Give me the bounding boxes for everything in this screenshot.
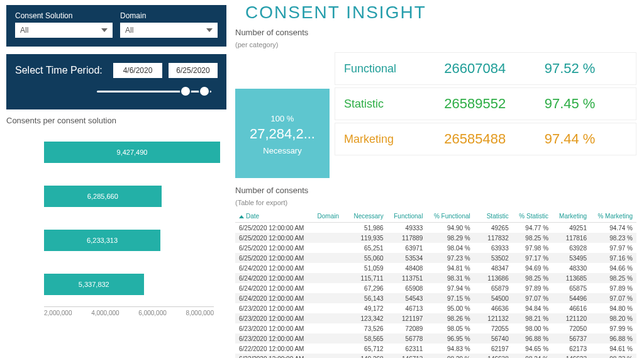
bar[interactable]: 5,337,832 [44,274,144,295]
table-row[interactable]: 6/23/2020 12:00:00 AM49,1724671395.00 %4… [235,303,636,313]
domain-value: All [125,26,133,35]
table-subtitle: (Table for export) [235,199,636,206]
table-row[interactable]: 6/25/2020 12:00:00 AM65,2516397198.04 %6… [235,243,636,253]
chevron-down-icon [206,28,213,32]
column-header[interactable]: Marketing [552,210,591,223]
kpi-pct: 97.44 % [536,123,636,155]
kpi-value: 26585488 [435,123,535,155]
filter-card: Consent Solution All Domain All [6,5,226,47]
column-header[interactable]: Statistic [474,210,513,223]
table-row[interactable]: 6/24/2020 12:00:00 AM51,0594840894.81 %4… [235,263,636,273]
bar[interactable]: 6,285,660 [44,186,162,207]
consents-table[interactable]: DateDomainNecessaryFunctional% Functiona… [235,210,636,358]
consent-solution-value: All [20,26,28,35]
table-row[interactable]: 6/25/2020 12:00:00 AM119,93511788998.29 … [235,233,636,243]
kpi-title: Number of consents [235,28,636,37]
x-tick: 2,000,000 [44,310,72,316]
kpi-name: Statistic [335,88,435,120]
time-card: Select Time Period: 4/6/2020 6/25/2020 [6,54,226,109]
table-row[interactable]: 6/24/2020 12:00:00 AM115,71111375198.31 … [235,273,636,283]
start-date-input[interactable]: 4/6/2020 [113,63,162,78]
column-header[interactable]: Necessary [345,210,387,223]
necessary-pct: 100 % [271,114,294,123]
column-header[interactable]: Date [235,210,314,223]
table-row[interactable]: 6/23/2020 12:00:00 AM73,5267208998.05 %7… [235,323,636,333]
kpi-necessary-card: 100 % 27,284,2... Necessary [235,89,330,178]
kpi-pct: 97.45 % [536,88,636,120]
end-date-input[interactable]: 6/25/2020 [169,63,218,78]
table-row[interactable]: 6/22/2020 12:00:00 AM149,26814671398.29 … [235,354,636,358]
necessary-label: Necessary [263,146,301,155]
column-header[interactable]: Functional [387,210,427,223]
table-title: Number of consents [235,186,636,195]
table-row[interactable]: 6/23/2020 12:00:00 AM123,34212119798.26 … [235,313,636,323]
slider-handle-start[interactable] [180,86,191,97]
table-row[interactable]: 6/25/2020 12:00:00 AM55,0605353497.23 %5… [235,253,636,263]
bar-chart-title: Consents per consent solution [6,116,226,125]
table-header-row: DateDomainNecessaryFunctional% Functiona… [235,210,636,223]
domain-dropdown[interactable]: All [120,23,218,38]
kpi-grid: Functional2660708497.52 %Statistic265895… [335,52,636,178]
bar-chart-x-axis: 2,000,0004,000,0006,000,0008,000,000 [44,306,214,316]
necessary-value: 27,284,2... [239,126,326,142]
table-row[interactable]: 6/22/2020 12:00:00 AM65,7126231194.83 %6… [235,344,636,354]
bar[interactable]: 6,233,313 [44,230,160,251]
consent-solution-label: Consent Solution [15,11,113,20]
column-header[interactable]: % Marketing [591,210,636,223]
chevron-down-icon [101,28,108,32]
column-header[interactable]: % Functional [426,210,474,223]
domain-label: Domain [120,11,218,20]
kpi-value: 26589552 [435,88,535,120]
kpi-row: Statistic2658955297.45 % [335,87,636,120]
table-row[interactable]: 6/24/2020 12:00:00 AM67,2966590897.94 %6… [235,283,636,293]
table-body: 6/25/2020 12:00:00 AM51,9864933394.90 %4… [235,223,636,359]
kpi-name: Marketing [335,123,435,155]
kpi-subtitle: (per category) [235,41,636,48]
table-row[interactable]: 6/25/2020 12:00:00 AM51,9864933394.90 %4… [235,223,636,233]
x-tick: 4,000,000 [91,310,119,316]
table-row[interactable]: 6/23/2020 12:00:00 AM58,5655677896.95 %5… [235,333,636,344]
bar[interactable]: 9,427,490 [44,142,220,163]
sort-icon [239,215,244,218]
column-header[interactable]: % Statistic [513,210,552,223]
table-row[interactable]: 6/24/2020 12:00:00 AM56,1435454397.15 %5… [235,293,636,303]
page-title: CONSENT INSIGHT [245,3,636,23]
time-slider[interactable] [15,84,218,98]
kpi-row: Marketing2658548897.44 % [335,123,636,155]
consent-solution-dropdown[interactable]: All [15,23,113,38]
column-header[interactable]: Domain [314,210,345,223]
x-tick: 6,000,000 [138,310,167,316]
x-tick: 8,000,000 [186,310,214,316]
slider-handle-end[interactable] [199,86,210,97]
kpi-pct: 97.52 % [536,53,636,84]
bar-chart: 9,427,4906,285,6606,233,3135,337,8322,00… [6,129,226,324]
time-title: Select Time Period: [15,65,107,76]
kpi-name: Functional [335,53,435,84]
kpi-value: 26607084 [435,53,535,84]
kpi-row: Functional2660708497.52 % [335,52,636,85]
